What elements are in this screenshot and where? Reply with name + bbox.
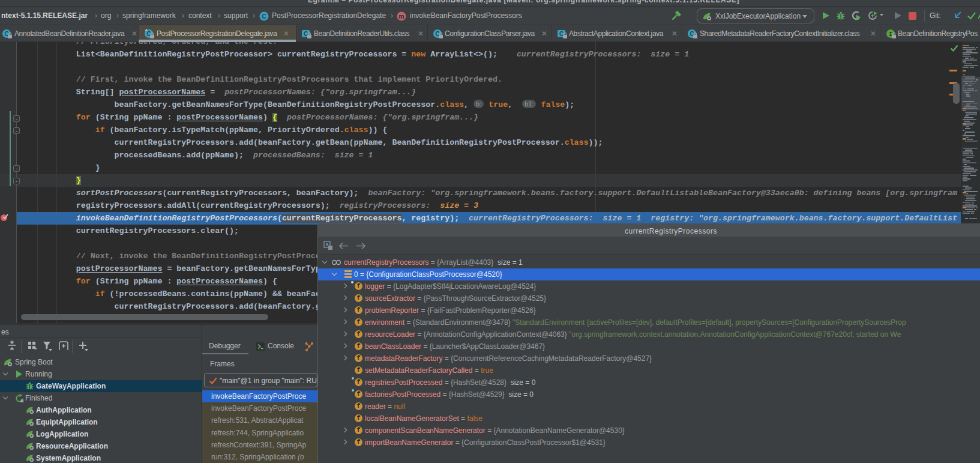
svg-text:C: C [262,13,266,20]
svg-text:m: m [399,13,404,20]
